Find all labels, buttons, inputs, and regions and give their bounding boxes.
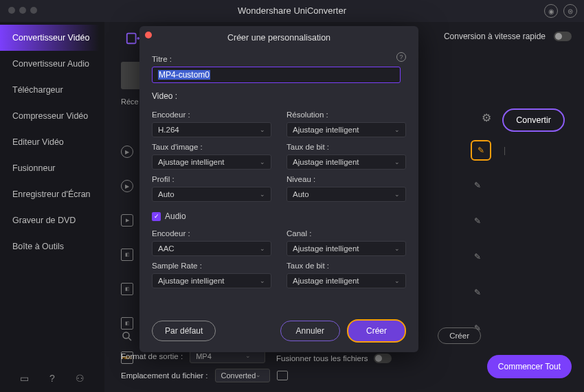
sidebar-item-screen-recorder[interactable]: Enregistreur d'Écran: [0, 181, 104, 207]
location-label: Emplacement du fichier :: [121, 371, 208, 380]
default-button[interactable]: Par défaut: [152, 321, 216, 341]
start-all-button[interactable]: Commencer Tout: [487, 355, 572, 378]
edit-icon[interactable]: ✎: [471, 286, 484, 299]
svg-rect-0: [127, 34, 136, 44]
format-icon-2[interactable]: ◧: [121, 283, 133, 295]
edit-icon[interactable]: ✎: [471, 214, 484, 228]
level-select[interactable]: Auto⌄: [287, 187, 406, 202]
edit-icon[interactable]: ✎: [471, 178, 484, 192]
customization-dialog: Créer une personnalisation ? Titre : MP4…: [139, 26, 418, 352]
sidebar-item-merger[interactable]: Fusionneur: [0, 155, 104, 181]
speed-toggle[interactable]: [554, 32, 572, 41]
add-file-icon[interactable]: [125, 30, 140, 45]
output-format-label: Format de sortie :: [121, 352, 183, 360]
divider: |: [504, 146, 506, 155]
titlebar: Wondershare UniConverter: [0, 0, 584, 22]
title-field-label: Titre :: [152, 55, 406, 63]
audio-bitrate-label: Taux de bit :: [287, 262, 406, 270]
sidebar-item-video-compressor[interactable]: Compresseur Vidéo: [0, 103, 104, 129]
channel-label: Canal :: [287, 229, 406, 238]
video-bitrate-select[interactable]: Ajustage intelligent⌄: [287, 154, 406, 170]
edit-icon[interactable]: ✎: [471, 250, 484, 264]
format-icon-3[interactable]: ◧: [121, 317, 133, 330]
chat-icon[interactable]: ⊜: [563, 4, 577, 18]
help-icon[interactable]: ?: [396, 52, 406, 62]
profile-select[interactable]: Auto⌄: [152, 187, 271, 202]
merge-label: Fusionner tous les fichiers: [276, 354, 368, 362]
settings-icon[interactable]: ⚙: [482, 111, 491, 124]
sidebar-item-audio-converter[interactable]: Convertisseur Audio: [0, 51, 104, 77]
sidebar-item-dvd-burner[interactable]: Graveur de DVD: [0, 207, 104, 233]
samplerate-select[interactable]: Ajustage intelligent⌄: [152, 273, 271, 288]
folder-icon[interactable]: [277, 371, 288, 380]
edit-icon-highlighted[interactable]: ✎: [471, 140, 491, 161]
play-icon[interactable]: ▶: [121, 146, 133, 158]
audio-bitrate-select[interactable]: Ajustage intelligent⌄: [287, 273, 406, 288]
resolution-label: Résolution :: [287, 111, 406, 119]
sidebar-item-video-editor[interactable]: Editeur Vidéo: [0, 129, 104, 155]
title-input[interactable]: MP4-custom0: [152, 67, 401, 83]
recent-label: Réce: [121, 97, 139, 106]
dialog-title: Créer une personnalisation: [152, 33, 406, 43]
sidebar-item-downloader[interactable]: Téléchargeur: [0, 77, 104, 103]
merge-toggle[interactable]: [374, 354, 392, 363]
resolution-select[interactable]: Ajustage intelligent⌄: [287, 122, 406, 137]
encoder-label: Encodeur :: [152, 111, 271, 119]
maximize-dot[interactable]: [30, 7, 37, 14]
screen-icon[interactable]: ▶: [121, 214, 133, 227]
format-icon-1[interactable]: ◧: [121, 249, 133, 261]
level-label: Niveau :: [287, 175, 406, 183]
svg-point-1: [123, 332, 129, 338]
audio-encoder-label: Encodeur :: [152, 229, 271, 238]
profile-label: Profil :: [152, 175, 271, 183]
video-bitrate-label: Taux de bit :: [287, 143, 406, 151]
framerate-select[interactable]: Ajustage intelligent⌄: [152, 154, 271, 170]
book-icon[interactable]: ▭: [20, 373, 29, 384]
create-small-button[interactable]: Créer: [438, 327, 481, 344]
minimize-dot[interactable]: [19, 7, 26, 14]
framerate-label: Taux d'image :: [152, 143, 271, 151]
create-button[interactable]: Créer: [347, 319, 406, 343]
dialog-close-icon[interactable]: [145, 32, 152, 38]
sidebar-item-video-converter[interactable]: Convertisseur Vidéo: [0, 25, 104, 51]
user-icon[interactable]: ◉: [544, 4, 558, 18]
people-icon[interactable]: ⚇: [76, 373, 85, 384]
play-icon-2[interactable]: ▶: [121, 180, 133, 192]
close-dot[interactable]: [8, 7, 15, 14]
audio-checkbox[interactable]: ✓: [152, 212, 161, 221]
cancel-button[interactable]: Annuler: [280, 321, 340, 341]
audio-check-label: Audio: [165, 211, 186, 221]
channel-select[interactable]: Ajustage intelligent⌄: [287, 241, 406, 256]
sidebar: Convertisseur Vidéo Convertisseur Audio …: [0, 22, 104, 392]
audio-encoder-select[interactable]: AAC⌄: [152, 241, 271, 256]
speed-label: Conversion à vitesse rapide: [444, 32, 546, 41]
help-icon[interactable]: ?: [49, 373, 55, 384]
window-controls[interactable]: [8, 7, 37, 14]
samplerate-label: Sample Rate :: [152, 262, 271, 270]
convert-button[interactable]: Convertir: [502, 108, 565, 132]
sidebar-item-toolbox[interactable]: Boîte à Outils: [0, 233, 104, 260]
search-icon[interactable]: [121, 330, 135, 344]
encoder-select[interactable]: H.264⌄: [152, 122, 271, 137]
video-section-label: Video :: [152, 91, 406, 101]
location-select[interactable]: Converted⌄: [215, 369, 270, 382]
